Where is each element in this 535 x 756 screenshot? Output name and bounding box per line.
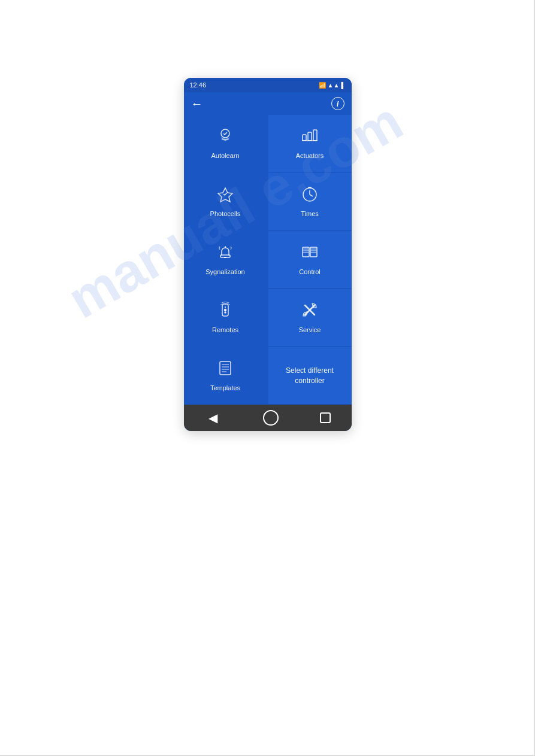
actuators-label: Actuators: [296, 152, 324, 160]
nav-home-button[interactable]: [263, 410, 279, 426]
main-grid: Autolearn Actuators: [184, 115, 352, 405]
service-label: Service: [299, 326, 321, 334]
svg-point-24: [225, 312, 226, 313]
nav-back-button[interactable]: ◀: [204, 409, 222, 427]
svg-rect-13: [303, 247, 309, 257]
status-bar: 12:46 📶 ▲▲ ▌: [184, 78, 352, 92]
sygnalization-label: Sygnalization: [205, 268, 244, 276]
autolearn-button[interactable]: Autolearn: [184, 115, 267, 172]
select-controller-button[interactable]: Select different controller: [268, 347, 352, 404]
status-time: 12:46: [190, 81, 207, 89]
sygnalization-button[interactable]: Sygnalization: [184, 231, 267, 288]
top-bar: ← i: [184, 92, 352, 115]
remotes-icon: [216, 300, 235, 323]
sygnalization-icon: [216, 242, 235, 265]
wifi-icon: 📶: [319, 82, 326, 89]
svg-rect-2: [308, 132, 312, 141]
times-icon: [300, 184, 319, 207]
templates-icon: [216, 359, 235, 381]
svg-rect-3: [313, 130, 317, 141]
templates-button[interactable]: Templates: [184, 347, 267, 404]
actuators-button[interactable]: Actuators: [268, 115, 352, 172]
remotes-label: Remotes: [212, 326, 238, 334]
battery-icon: ▌: [341, 82, 345, 89]
remotes-button[interactable]: Remotes: [184, 289, 267, 346]
back-button[interactable]: ←: [191, 97, 203, 111]
times-button[interactable]: Times: [268, 173, 352, 230]
svg-point-23: [225, 309, 226, 311]
info-button[interactable]: i: [331, 97, 344, 110]
control-icon: [300, 242, 319, 265]
control-label: Control: [299, 268, 320, 276]
nav-recent-button[interactable]: [320, 412, 331, 423]
svg-line-7: [310, 195, 313, 196]
photocells-button[interactable]: Photocells: [184, 173, 267, 230]
service-button[interactable]: Service: [268, 289, 352, 346]
service-icon: [300, 300, 319, 323]
phone-frame: 12:46 📶 ▲▲ ▌ ← i: [184, 78, 352, 431]
autolearn-label: Autolearn: [211, 152, 239, 160]
templates-label: Templates: [210, 384, 240, 392]
times-label: Times: [301, 210, 319, 218]
bottom-nav: ◀: [184, 405, 352, 431]
control-button[interactable]: Control: [268, 231, 352, 288]
actuators-icon: [300, 126, 319, 148]
signal-icon: ▲▲: [328, 82, 340, 89]
photocells-icon: [216, 184, 235, 207]
photocells-label: Photocells: [210, 210, 241, 218]
svg-rect-1: [303, 135, 306, 141]
status-icons: 📶 ▲▲ ▌: [319, 82, 346, 89]
svg-rect-27: [220, 362, 231, 375]
select-controller-label: Select different controller: [273, 366, 347, 386]
svg-rect-17: [310, 247, 317, 257]
autolearn-icon: [216, 126, 235, 148]
